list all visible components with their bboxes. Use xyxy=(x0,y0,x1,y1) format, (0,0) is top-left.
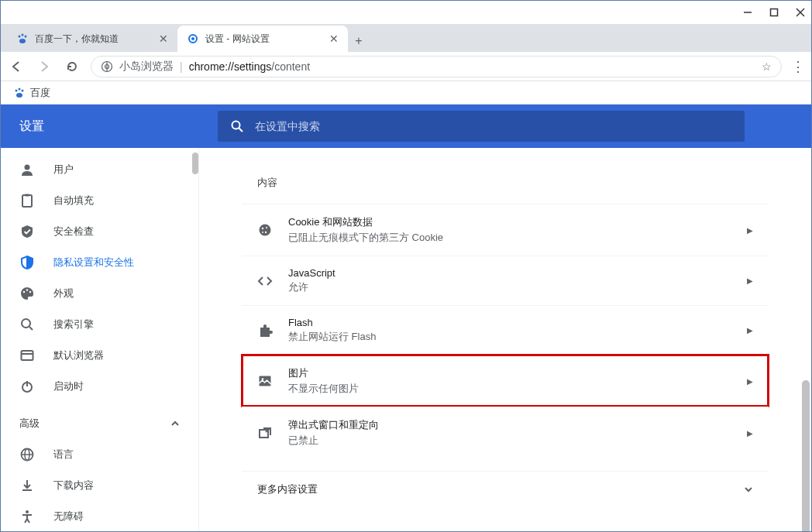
svg-point-4 xyxy=(19,36,21,38)
row-subtitle: 已禁止 xyxy=(288,434,747,448)
svg-point-24 xyxy=(29,291,31,293)
sidebar-item-autofill[interactable]: 自动填充 xyxy=(1,185,198,216)
svg-point-19 xyxy=(25,165,30,170)
svg-rect-20 xyxy=(22,195,32,207)
svg-point-23 xyxy=(26,289,28,290)
settings-content: 内容 Cookie 和网站数据 已阻止无痕模式下的第三方 Cookie ▶ Ja… xyxy=(199,148,811,532)
minimize-button[interactable] xyxy=(743,8,752,17)
tab-bar: 百度一下，你就知道 ✕ 设置 - 网站设置 ✕ + xyxy=(1,24,811,52)
svg-rect-21 xyxy=(25,194,29,197)
tab-close-icon[interactable]: ✕ xyxy=(159,33,168,45)
bookmark-item[interactable]: 百度 xyxy=(30,86,50,100)
settings-header: 设置 xyxy=(1,105,811,148)
row-subtitle: 不显示任何图片 xyxy=(288,382,747,396)
sidebar-item-accessibility[interactable]: 无障碍 xyxy=(1,501,198,532)
window-icon xyxy=(19,348,35,363)
svg-point-13 xyxy=(15,89,18,91)
setting-row-cookies[interactable]: Cookie 和网站数据 已阻止无痕模式下的第三方 Cookie ▶ xyxy=(242,204,769,256)
settings-sidebar: 用户 自动填充 安全检查 隐私设置和安全性 外观 搜索引擎 默认浏览器 启动时 xyxy=(1,148,199,532)
close-button[interactable] xyxy=(796,8,805,17)
palette-icon xyxy=(19,286,35,301)
sidebar-item-label: 无障碍 xyxy=(53,510,84,523)
reload-button[interactable] xyxy=(63,57,81,76)
svg-point-36 xyxy=(260,225,271,236)
bookmark-star-icon[interactable]: ☆ xyxy=(762,60,772,73)
maximize-button[interactable] xyxy=(769,8,779,17)
sidebar-item-startup[interactable]: 启动时 xyxy=(1,371,198,402)
chevron-right-icon: ▶ xyxy=(747,226,753,235)
svg-point-22 xyxy=(23,291,25,293)
forward-button[interactable] xyxy=(35,57,53,76)
image-icon xyxy=(257,373,273,389)
site-name: 小岛浏览器 xyxy=(119,60,174,74)
site-info-icon[interactable] xyxy=(101,60,113,73)
power-icon xyxy=(19,379,35,394)
back-button[interactable] xyxy=(7,57,26,76)
row-title: 更多内容设置 xyxy=(257,482,744,496)
address-field[interactable]: 小岛浏览器 | chrome://settings/content ☆ xyxy=(91,56,782,77)
settings-search-box[interactable] xyxy=(218,111,745,142)
setting-row-javascript[interactable]: JavaScript 允许 ▶ xyxy=(242,256,769,305)
row-title: Flash xyxy=(288,317,747,328)
sidebar-item-privacy[interactable]: 隐私设置和安全性 xyxy=(1,247,198,278)
svg-point-39 xyxy=(265,232,267,233)
setting-row-images[interactable]: 图片 不显示任何图片 ▶ xyxy=(242,355,769,407)
sidebar-item-label: 安全检查 xyxy=(53,225,94,239)
sidebar-item-label: 外观 xyxy=(53,287,74,300)
svg-point-38 xyxy=(266,227,267,228)
sidebar-advanced-toggle[interactable]: 高级 xyxy=(1,408,198,439)
row-title: JavaScript xyxy=(288,267,747,279)
setting-row-popups[interactable]: 弹出式窗口和重定向 已禁止 ▶ xyxy=(242,407,769,458)
svg-point-5 xyxy=(22,34,24,36)
globe-icon xyxy=(19,447,35,462)
row-subtitle: 禁止网站运行 Flash xyxy=(288,330,747,344)
row-title: Cookie 和网站数据 xyxy=(288,215,747,229)
download-icon xyxy=(19,478,35,493)
tab-title: 设置 - 网站设置 xyxy=(205,33,323,46)
window-controls xyxy=(1,1,811,24)
svg-point-9 xyxy=(191,37,194,40)
svg-rect-1 xyxy=(771,9,778,16)
tab-close-icon[interactable]: ✕ xyxy=(329,33,339,45)
tab-settings[interactable]: 设置 - 网站设置 ✕ xyxy=(177,26,348,52)
svg-point-37 xyxy=(262,228,263,229)
person-icon xyxy=(19,162,35,177)
sidebar-item-safety-check[interactable]: 安全检查 xyxy=(1,216,198,247)
svg-point-25 xyxy=(22,319,30,328)
baidu-bookmark-icon xyxy=(13,87,26,99)
search-icon xyxy=(19,317,35,332)
browser-menu-button[interactable]: ⋮ xyxy=(791,58,805,75)
svg-point-35 xyxy=(26,510,29,513)
accessibility-icon xyxy=(19,509,35,524)
sidebar-item-appearance[interactable]: 外观 xyxy=(1,278,198,309)
sidebar-item-user[interactable]: 用户 xyxy=(1,154,198,185)
settings-search-input[interactable] xyxy=(255,120,732,132)
sidebar-item-default-browser[interactable]: 默认浏览器 xyxy=(1,340,198,371)
svg-point-6 xyxy=(25,36,27,38)
search-icon xyxy=(230,119,244,133)
row-subtitle: 允许 xyxy=(288,280,747,294)
svg-point-42 xyxy=(262,378,264,380)
chevron-down-icon xyxy=(744,485,753,494)
tab-baidu[interactable]: 百度一下，你就知道 ✕ xyxy=(7,26,177,52)
sidebar-scrollbar[interactable] xyxy=(192,153,198,174)
chevron-right-icon: ▶ xyxy=(747,326,753,335)
sidebar-item-language[interactable]: 语言 xyxy=(1,439,198,470)
sidebar-item-downloads[interactable]: 下载内容 xyxy=(1,470,198,501)
sidebar-item-search[interactable]: 搜索引擎 xyxy=(1,309,198,340)
bookmarks-bar: 百度 xyxy=(1,81,811,105)
url-host: chrome://settings xyxy=(189,60,272,73)
svg-point-40 xyxy=(262,232,263,233)
chevron-up-icon xyxy=(170,419,180,428)
setting-row-more[interactable]: 更多内容设置 xyxy=(242,471,769,507)
sidebar-item-label: 启动时 xyxy=(53,379,84,393)
sidebar-item-label: 自动填充 xyxy=(53,194,94,208)
svg-rect-27 xyxy=(22,351,33,360)
address-bar: 小岛浏览器 | chrome://settings/content ☆ ⋮ xyxy=(1,52,811,81)
url-path: /content xyxy=(271,60,310,73)
chevron-right-icon: ▶ xyxy=(747,377,753,386)
sidebar-item-label: 用户 xyxy=(53,163,74,177)
setting-row-flash[interactable]: Flash 禁止网站运行 Flash ▶ xyxy=(242,305,769,355)
new-tab-button[interactable]: + xyxy=(348,30,370,52)
content-scrollbar[interactable] xyxy=(802,380,810,532)
